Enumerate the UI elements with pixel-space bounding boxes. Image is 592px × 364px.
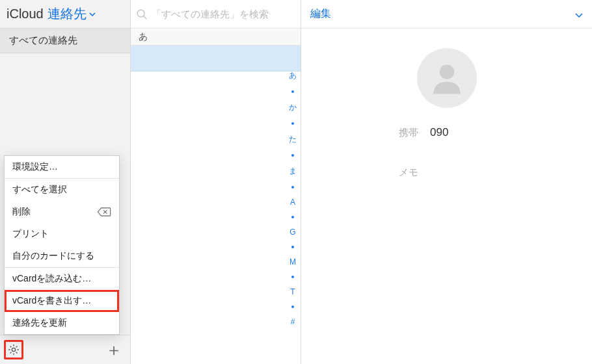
detail-actions-dropdown[interactable] <box>575 8 583 20</box>
index-letter[interactable]: G <box>289 228 295 237</box>
index-letter[interactable]: M <box>289 257 296 266</box>
index-letter[interactable]: あ <box>289 70 297 81</box>
menu-select-all[interactable]: すべてを選択 <box>5 179 119 201</box>
avatar <box>417 48 477 108</box>
index-letter[interactable]: T <box>290 287 295 296</box>
app-header: iCloud 連絡先 <box>0 0 130 29</box>
gear-icon <box>7 343 20 356</box>
menu-prefs[interactable]: 環境設定… <box>5 156 119 178</box>
index-letter[interactable]: ま <box>289 166 297 177</box>
add-button[interactable]: ＋ <box>104 340 124 359</box>
chevron-down-icon <box>575 13 583 18</box>
field-memo-label: メモ <box>321 166 418 179</box>
index-letter[interactable]: # <box>291 317 295 326</box>
field-phone-label: 携帯 <box>321 127 418 139</box>
edit-button[interactable]: 編集 <box>310 7 331 21</box>
menu-export-vcard[interactable]: vCardを書き出す… <box>5 290 119 312</box>
index-dot <box>291 186 294 188</box>
menu-import-vcard[interactable]: vCardを読み込む… <box>5 268 119 290</box>
section-dropdown[interactable]: 連絡先 <box>47 5 96 23</box>
menu-refresh[interactable]: 連絡先を更新 <box>5 312 119 334</box>
sidebar-footer: ＋ <box>0 335 130 364</box>
index-dot <box>291 122 294 125</box>
settings-menu: 環境設定… すべてを選択 削除 プリント 自分のカードにする vCardを読み込… <box>4 155 120 335</box>
index-dot <box>291 90 294 93</box>
menu-make-my-card[interactable]: 自分のカードにする <box>5 245 119 267</box>
sidebar-group-label: すべての連絡先 <box>9 34 77 47</box>
svg-point-0 <box>12 348 15 351</box>
svg-point-3 <box>439 64 454 79</box>
index-letter[interactable]: A <box>290 198 295 207</box>
field-phone: 携帯 090 <box>321 126 572 142</box>
person-icon <box>427 58 466 98</box>
alpha-index-rail[interactable]: あ か た ま A G M T # <box>289 70 297 326</box>
sidebar-group-all[interactable]: すべての連絡先 <box>0 29 130 53</box>
brand-label: iCloud <box>7 6 44 21</box>
contact-detail-pane: 編集 携帯 090 メモ <box>301 0 592 364</box>
menu-print[interactable]: プリント <box>5 223 119 245</box>
field-memo: メモ <box>321 166 572 182</box>
list-section-header: あ <box>131 29 301 46</box>
detail-body: 携帯 090 メモ <box>301 29 592 364</box>
contact-row[interactable] <box>131 46 301 72</box>
plus-icon: ＋ <box>105 341 122 358</box>
svg-line-2 <box>144 16 146 18</box>
index-dot <box>291 154 294 157</box>
backspace-icon <box>97 207 111 216</box>
field-phone-value: 090 <box>430 126 448 139</box>
search-input[interactable] <box>152 8 295 20</box>
index-dot <box>291 306 294 308</box>
index-letter[interactable]: か <box>289 102 297 113</box>
svg-point-1 <box>137 10 144 17</box>
index-dot <box>291 276 294 278</box>
index-dot <box>291 216 294 218</box>
search-bar <box>131 0 301 29</box>
chevron-down-icon <box>89 12 96 16</box>
index-dot <box>291 246 294 248</box>
section-label: 連絡先 <box>47 5 87 23</box>
detail-header: 編集 <box>301 0 592 29</box>
sidebar: iCloud 連絡先 すべての連絡先 環境設定… すべてを選択 削除 プリント … <box>0 0 131 364</box>
index-letter[interactable]: た <box>289 134 297 145</box>
settings-button[interactable] <box>4 340 23 359</box>
menu-delete[interactable]: 削除 <box>5 201 119 223</box>
contacts-list-column: あ あ か た ま A G M T # <box>131 0 301 364</box>
search-icon <box>136 8 148 20</box>
